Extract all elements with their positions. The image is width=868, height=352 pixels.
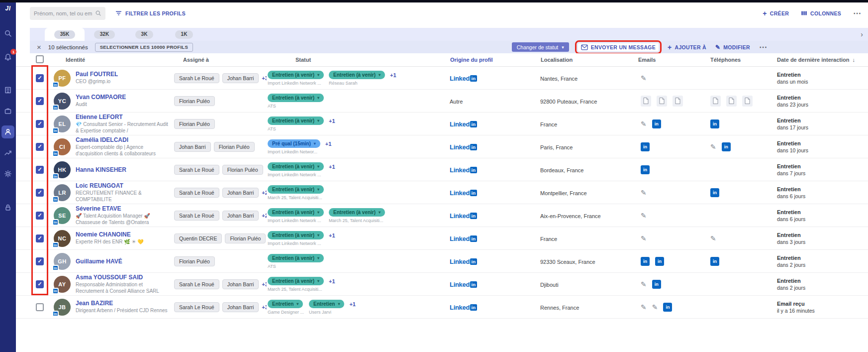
- linkedin-icon[interactable]: in: [710, 188, 719, 197]
- column-header-date[interactable]: Date de dernière interaction↓: [769, 57, 868, 63]
- status-more[interactable]: +1: [390, 72, 396, 78]
- status-more[interactable]: +1: [349, 301, 356, 307]
- profile-name-link[interactable]: Paul FOUTREL: [76, 71, 118, 78]
- row-checkbox[interactable]: [36, 303, 44, 311]
- tab-1k[interactable]: 1K: [164, 28, 204, 41]
- search-input[interactable]: [34, 10, 92, 16]
- sort-desc-icon[interactable]: ↓: [853, 57, 856, 63]
- assignee-chip[interactable]: Quentin DECRE: [174, 234, 222, 243]
- select-all-profiles-button[interactable]: SELECTIONNER LES 10000 PROFILS: [95, 43, 193, 52]
- linkedin-icon[interactable]: in: [655, 257, 664, 266]
- assignee-more[interactable]: +3: [262, 304, 267, 310]
- sidebar-item-privacy[interactable]: [1, 201, 14, 214]
- sidebar-item-jobs[interactable]: [1, 105, 14, 117]
- tab-32k[interactable]: 32K: [85, 28, 124, 41]
- profile-search-box[interactable]: [30, 7, 105, 20]
- status-pill[interactable]: Entretien (à venir)▾: [268, 162, 324, 171]
- status-pill[interactable]: Entretien▾: [309, 300, 344, 308]
- tab-count[interactable]: 3K: [135, 30, 154, 39]
- column-header-statut[interactable]: Statut: [267, 57, 441, 63]
- assignee-chip[interactable]: Sarah Le Roué: [174, 73, 219, 83]
- assignee-more[interactable]: +2: [262, 190, 267, 196]
- status-pill[interactable]: Entretien (à venir)▾: [268, 277, 324, 285]
- assignee-chip[interactable]: Florian Puléo: [174, 119, 215, 129]
- assignee-chip[interactable]: Sarah Le Roué: [174, 211, 219, 221]
- linkedin-icon[interactable]: in: [722, 142, 731, 151]
- assignee-chip[interactable]: Sarah Le Roué: [174, 165, 219, 175]
- column-header-origine[interactable]: Origine du profil: [441, 57, 535, 63]
- create-button[interactable]: + CRÉER: [763, 10, 789, 17]
- more-options-icon[interactable]: ⋯: [759, 43, 767, 51]
- linkedin-icon[interactable]: in: [641, 257, 650, 266]
- pencil-icon[interactable]: ✎: [641, 280, 647, 288]
- pencil-icon[interactable]: ✎: [710, 235, 716, 242]
- table-row[interactable]: ✓AYinAsma YOUSSOUF SAIDResponsable Admin…: [16, 273, 868, 296]
- assignee-chip[interactable]: Sarah Le Roué: [174, 279, 219, 289]
- status-pill[interactable]: Entretien (à venir)▾: [268, 117, 324, 125]
- table-row[interactable]: ✓LRinLoic REUNGOATRECRUTEMENT FINANCE & …: [16, 181, 868, 204]
- linkedin-icon[interactable]: in: [663, 303, 672, 312]
- document-icon[interactable]: [742, 96, 753, 107]
- profile-name-link[interactable]: Noemie CHANOINE: [76, 231, 144, 238]
- profile-name-link[interactable]: Loic REUNGOAT: [76, 182, 171, 189]
- profile-name-link[interactable]: Séverine ETAVE: [76, 205, 171, 212]
- pencil-icon[interactable]: ✎: [641, 212, 647, 220]
- close-icon[interactable]: ×: [37, 43, 41, 51]
- status-more[interactable]: +1: [329, 118, 335, 124]
- assignee-chip[interactable]: Johan Barri: [222, 188, 259, 198]
- add-to-button[interactable]: + AJOUTER À: [668, 44, 706, 51]
- profile-name-link[interactable]: Asma YOUSSOUF SAID: [76, 274, 171, 281]
- table-row[interactable]: ✓HKinHanna KINSEHERSarah Le RouéFlorian …: [16, 158, 868, 181]
- modify-button[interactable]: ✎ MODIFIER: [715, 44, 750, 51]
- tab-count[interactable]: 32K: [94, 30, 115, 39]
- select-all-checkbox[interactable]: [36, 55, 44, 63]
- document-icon[interactable]: [657, 96, 667, 107]
- assignee-chip[interactable]: Sarah Le Roué: [174, 188, 219, 198]
- chevron-right-icon[interactable]: ›: [861, 30, 863, 38]
- more-options-icon[interactable]: ⋯: [853, 9, 861, 17]
- status-pill[interactable]: Entretien (à venir)▾: [268, 94, 324, 102]
- status-more[interactable]: +1: [329, 233, 335, 238]
- linkedin-icon[interactable]: in: [652, 280, 661, 289]
- table-row[interactable]: ✓YCinYvan COMPAOREAuditFlorian PuléoEntr…: [16, 90, 868, 113]
- assignee-chip[interactable]: Johan Barri: [222, 211, 259, 221]
- row-checkbox[interactable]: ✓: [36, 74, 44, 82]
- tab-count[interactable]: 1K: [175, 30, 193, 39]
- document-icon[interactable]: [641, 96, 651, 107]
- pencil-icon[interactable]: ✎: [652, 303, 658, 311]
- sidebar-item-search[interactable]: [1, 27, 14, 40]
- status-pill[interactable]: Entretien (à venir)▾: [329, 208, 385, 217]
- assignee-chip[interactable]: Florian Puléo: [225, 234, 266, 243]
- column-header-identite[interactable]: Identité: [48, 57, 172, 63]
- status-pill[interactable]: Entretien▾: [268, 300, 303, 308]
- assignee-chip[interactable]: Florian Puléo: [214, 142, 255, 152]
- document-icon[interactable]: [726, 96, 737, 107]
- assignee-chip[interactable]: Johan Barri: [222, 279, 259, 289]
- profile-name-link[interactable]: Camélia IDELCADI: [76, 136, 171, 143]
- status-pill[interactable]: Entretien (à venir)▾: [268, 231, 324, 239]
- pencil-icon[interactable]: ✎: [710, 143, 716, 151]
- column-header-emails[interactable]: Emails: [630, 57, 704, 63]
- assignee-more[interactable]: +3: [262, 75, 267, 81]
- profile-name-link[interactable]: Yvan COMPAORE: [76, 94, 126, 101]
- pencil-icon[interactable]: ✎: [641, 235, 647, 242]
- sidebar-item-companies[interactable]: [1, 84, 14, 97]
- status-pill[interactable]: Entretien (à venir)▾: [268, 71, 324, 79]
- document-icon[interactable]: [710, 96, 721, 107]
- app-logo[interactable]: JI: [5, 5, 10, 12]
- assignee-chip[interactable]: Johan Barri: [222, 302, 259, 312]
- row-checkbox[interactable]: ✓: [36, 257, 44, 265]
- profile-name-link[interactable]: Jean BAZIRE: [76, 300, 168, 307]
- assignee-chip[interactable]: Florian Puléo: [174, 96, 215, 106]
- send-message-button[interactable]: ENVOYER UN MESSAGE: [578, 43, 659, 51]
- status-pill[interactable]: Entretien (à venir)▾: [329, 71, 385, 79]
- filter-profiles-button[interactable]: FILTRER LES PROFILS: [115, 10, 186, 16]
- assignee-chip[interactable]: Florian Puléo: [174, 256, 215, 266]
- tab-3k[interactable]: 3K: [124, 28, 164, 41]
- status-pill[interactable]: Pré qual (15min)▾: [268, 139, 320, 148]
- row-checkbox[interactable]: ✓: [36, 166, 44, 174]
- table-row[interactable]: ✓PFinPaul FOUTRELCEO @grimp.ioSarah Le R…: [16, 67, 868, 90]
- change-status-button[interactable]: Changer de statut ▾: [512, 42, 569, 52]
- tab-count[interactable]: 35K: [54, 30, 75, 39]
- pencil-icon[interactable]: ✎: [641, 303, 647, 311]
